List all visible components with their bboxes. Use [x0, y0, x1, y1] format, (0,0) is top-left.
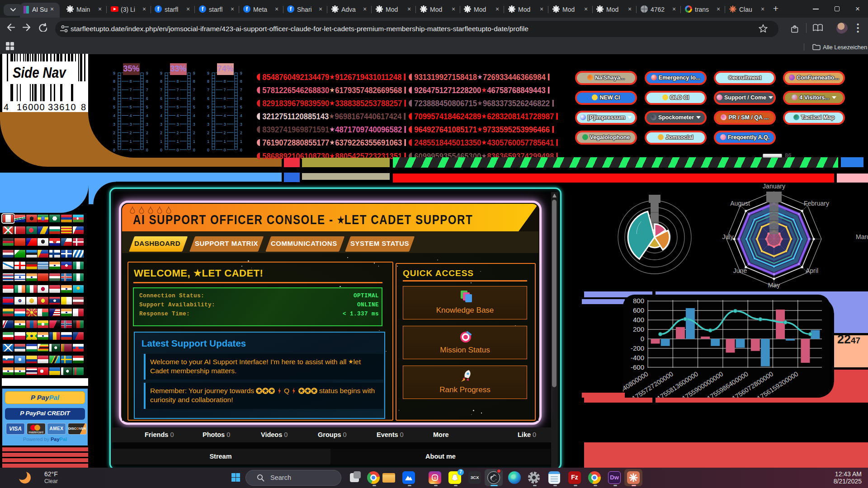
svg-text:2: 2: [224, 131, 226, 135]
svg-text:1: 1: [207, 139, 209, 144]
svg-text:5: 5: [113, 105, 115, 109]
svg-text:6: 6: [130, 96, 132, 101]
svg-text:6: 6: [240, 96, 242, 101]
svg-text:2: 2: [193, 131, 195, 135]
svg-text:2: 2: [130, 131, 132, 135]
svg-text:200: 200: [633, 325, 644, 333]
svg-text:3: 3: [207, 122, 209, 127]
svg-text:9: 9: [113, 71, 115, 75]
svg-text:8: 8: [193, 79, 195, 84]
svg-text:-400: -400: [631, 354, 644, 361]
svg-text:9: 9: [160, 71, 162, 75]
svg-text:6: 6: [113, 96, 115, 101]
svg-text:2: 2: [207, 131, 209, 135]
svg-text:8: 8: [224, 79, 226, 84]
svg-text:4: 4: [146, 113, 148, 118]
svg-text:6: 6: [224, 96, 226, 101]
svg-text:8: 8: [113, 79, 115, 84]
svg-text:7: 7: [113, 88, 115, 92]
svg-text:4: 4: [177, 113, 179, 118]
svg-text:3: 3: [224, 122, 226, 127]
svg-text:0: 0: [240, 148, 242, 152]
svg-text:-600: -600: [631, 363, 644, 371]
svg-text:0: 0: [130, 148, 132, 152]
svg-text:3: 3: [193, 122, 195, 127]
svg-text:6: 6: [177, 96, 179, 101]
svg-text:4: 4: [240, 113, 242, 118]
svg-text:2: 2: [113, 131, 115, 135]
svg-text:0: 0: [177, 148, 179, 152]
svg-text:1: 1: [224, 139, 226, 144]
svg-text:3: 3: [177, 122, 179, 127]
svg-text:7: 7: [146, 88, 148, 92]
svg-text:1: 1: [177, 139, 179, 144]
svg-text:5: 5: [207, 105, 209, 109]
svg-text:0: 0: [193, 148, 195, 152]
svg-text:4: 4: [193, 113, 195, 118]
svg-text:0: 0: [224, 148, 226, 152]
svg-text:7: 7: [130, 88, 132, 92]
svg-text:6: 6: [160, 96, 162, 101]
svg-text:8: 8: [240, 79, 242, 84]
svg-text:4: 4: [130, 113, 132, 118]
svg-text:2: 2: [160, 131, 162, 135]
svg-text:8: 8: [160, 79, 162, 84]
svg-text:6: 6: [146, 96, 148, 101]
svg-text:2: 2: [177, 131, 179, 135]
svg-text:4: 4: [224, 113, 226, 118]
svg-text:800: 800: [633, 297, 644, 305]
svg-text:9: 9: [207, 71, 209, 75]
svg-text:5: 5: [160, 105, 162, 109]
svg-text:3: 3: [160, 122, 162, 127]
svg-text:1: 1: [160, 139, 162, 144]
svg-text:2: 2: [146, 131, 148, 135]
svg-text:8: 8: [177, 79, 179, 84]
svg-text:6: 6: [207, 96, 209, 101]
svg-text:0: 0: [146, 148, 148, 152]
svg-text:5: 5: [224, 105, 226, 109]
svg-text:9: 9: [146, 71, 148, 75]
svg-text:1: 1: [146, 139, 148, 144]
svg-text:1: 1: [130, 139, 132, 144]
svg-text:5: 5: [193, 105, 195, 109]
svg-text:4: 4: [113, 113, 115, 118]
svg-text:5: 5: [146, 105, 148, 109]
svg-text:4: 4: [207, 113, 209, 118]
svg-text:9: 9: [240, 71, 242, 75]
svg-text:7: 7: [160, 88, 162, 92]
svg-text:7: 7: [224, 88, 226, 92]
svg-text:5: 5: [240, 105, 242, 109]
svg-text:3: 3: [130, 122, 132, 127]
svg-text:7: 7: [177, 88, 179, 92]
svg-text:9: 9: [193, 71, 195, 75]
svg-text:3: 3: [113, 122, 115, 127]
svg-text:8: 8: [207, 79, 209, 84]
svg-text:5: 5: [130, 105, 132, 109]
svg-text:0: 0: [207, 148, 209, 152]
svg-text:2: 2: [240, 131, 242, 135]
svg-text:4: 4: [160, 113, 162, 118]
svg-text:7: 7: [240, 88, 242, 92]
svg-text:1: 1: [240, 139, 242, 144]
svg-text:7: 7: [207, 88, 209, 92]
svg-text:400: 400: [633, 316, 644, 324]
svg-text:0: 0: [641, 335, 644, 343]
svg-text:6: 6: [193, 96, 195, 101]
svg-text:5: 5: [177, 105, 179, 109]
svg-text:8: 8: [130, 79, 132, 84]
svg-text:7: 7: [193, 88, 195, 92]
svg-text:0: 0: [160, 148, 162, 152]
svg-text:3: 3: [146, 122, 148, 127]
svg-text:8: 8: [146, 79, 148, 84]
svg-text:1: 1: [193, 139, 195, 144]
svg-text:1: 1: [113, 139, 115, 144]
svg-text:-200: -200: [631, 344, 644, 352]
svg-text:0: 0: [113, 148, 115, 152]
svg-text:3: 3: [240, 122, 242, 127]
svg-text:600: 600: [633, 306, 644, 314]
